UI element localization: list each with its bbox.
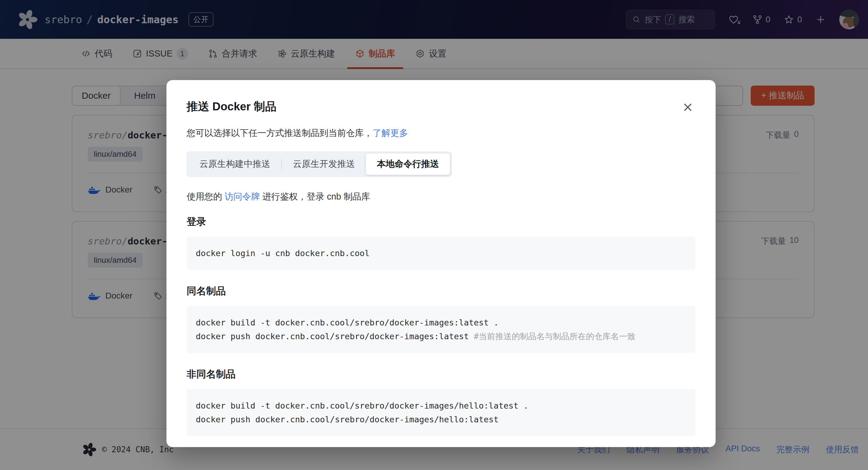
code-text: docker login -u cnb docker.cnb.cool <box>196 248 370 258</box>
push-docker-modal: 推送 Docker 制品 您可以选择以下任一方式推送制品到当前仓库，了解更多 云… <box>166 80 716 447</box>
code-text: docker push docker.cnb.cool/srebro/docke… <box>196 331 474 341</box>
section-heading-login: 登录 <box>187 215 695 229</box>
code-comment: #当前推送的制品名与制品所在的仓库名一致 <box>474 331 635 341</box>
modal-description: 您可以选择以下任一方式推送制品到当前仓库，了解更多 <box>187 127 695 139</box>
method-tab-local-cli[interactable]: 本地命令行推送 <box>366 153 450 175</box>
code-block-same-name[interactable]: docker build -t docker.cnb.cool/srebro/d… <box>187 306 695 353</box>
auth-instruction: 使用您的 访问令牌 进行鉴权，登录 cnb 制品库 <box>187 191 695 203</box>
code-line: docker push docker.cnb.cool/srebro/docke… <box>196 329 686 343</box>
learn-more-link[interactable]: 了解更多 <box>373 128 408 138</box>
push-method-tabs: 云原生构建中推送 云原生开发推送 本地命令行推送 <box>187 152 452 177</box>
access-token-link[interactable]: 访问令牌 <box>224 192 260 201</box>
section-heading-diff-name: 非同名制品 <box>187 368 695 381</box>
code-line: docker login -u cnb docker.cnb.cool <box>196 246 686 260</box>
code-text: docker build -t docker.cnb.cool/srebro/d… <box>196 318 499 327</box>
code-line: docker build -t docker.cnb.cool/srebro/d… <box>196 399 686 413</box>
method-tab-cloud-build[interactable]: 云原生构建中推送 <box>188 153 281 175</box>
code-line: docker build -t docker.cnb.cool/srebro/d… <box>196 316 686 329</box>
close-icon[interactable] <box>682 101 693 113</box>
code-block-login[interactable]: docker login -u cnb docker.cnb.cool <box>187 237 695 270</box>
code-line: docker push docker.cnb.cool/srebro/docke… <box>196 413 686 426</box>
section-heading-same-name: 同名制品 <box>187 285 695 298</box>
code-text: docker push docker.cnb.cool/srebro/docke… <box>196 415 499 424</box>
auth-text-post: 进行鉴权，登录 cnb 制品库 <box>260 192 370 201</box>
auth-text-pre: 使用您的 <box>187 192 224 201</box>
code-block-diff-name[interactable]: docker build -t docker.cnb.cool/srebro/d… <box>187 389 695 436</box>
modal-description-text: 您可以选择以下任一方式推送制品到当前仓库， <box>187 128 373 138</box>
modal-title: 推送 Docker 制品 <box>187 99 695 114</box>
method-tab-cloud-dev[interactable]: 云原生开发推送 <box>282 153 366 175</box>
code-text: docker build -t docker.cnb.cool/srebro/d… <box>196 401 528 410</box>
